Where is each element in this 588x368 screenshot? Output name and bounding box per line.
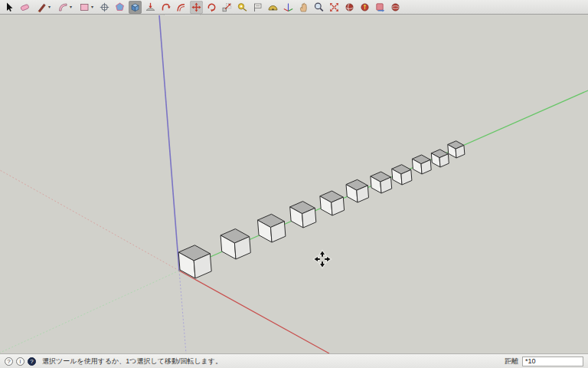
polygon-tool-icon <box>114 2 126 13</box>
rotate-tool-button[interactable] <box>205 1 218 14</box>
protractor-tool-button[interactable] <box>266 1 279 14</box>
dropdown-arrow-icon: ▾ <box>91 5 93 9</box>
blue-axis <box>159 15 179 271</box>
orbit-tool-button[interactable] <box>343 1 356 14</box>
arc-offset-tool-icon <box>175 2 187 13</box>
rectangle-tool-icon <box>79 2 90 13</box>
circle-tool-icon <box>99 2 110 13</box>
arc-tool-button[interactable]: ▾ <box>55 1 74 14</box>
select-tool-button[interactable] <box>3 1 16 14</box>
rectangle-tool-button[interactable]: ▾ <box>77 1 96 14</box>
look-around-tool-button[interactable] <box>389 1 402 14</box>
tape-measure-tool-button[interactable] <box>236 1 249 14</box>
geolocation-icon[interactable]: ? <box>28 357 36 366</box>
select-tool-icon <box>4 2 15 13</box>
main-toolbar: ▾▾▾ <box>0 0 588 15</box>
green-axis-dashed <box>0 271 179 353</box>
tape-measure-tool-icon <box>237 2 248 13</box>
scale-tool-icon <box>221 2 233 13</box>
eraser-tool-icon <box>19 2 31 13</box>
sketchup-window: ▾▾▾ ?i? 選択ツールを使用するか、1つ選択して移動/回転します。 距離 <box>0 0 588 368</box>
pan-tool-button[interactable] <box>297 1 310 14</box>
move-tool-button[interactable] <box>190 1 203 14</box>
zoom-tool-button[interactable] <box>312 1 325 14</box>
line-tool-icon <box>36 2 47 13</box>
arc-tool-icon <box>57 2 69 13</box>
offset-tool-button[interactable] <box>144 1 157 14</box>
polygon-tool-button[interactable] <box>113 1 126 14</box>
walk-tool-button[interactable] <box>374 1 387 14</box>
dimension-tool-icon <box>252 2 263 13</box>
dropdown-arrow-icon: ▾ <box>70 5 72 9</box>
measurement-input[interactable] <box>522 356 583 366</box>
arc-offset-tool-button[interactable] <box>175 1 188 14</box>
dimension-tool-button[interactable] <box>251 1 264 14</box>
red-axis <box>179 271 329 353</box>
position-camera-tool-button[interactable] <box>358 1 371 14</box>
orbit-tool-icon <box>344 2 355 13</box>
circle-tool-button[interactable] <box>98 1 111 14</box>
attribution-icon[interactable]: i <box>16 357 24 366</box>
move-tool-icon <box>191 2 202 13</box>
pushpull-tool-button[interactable] <box>129 1 142 14</box>
axes-tool-icon <box>283 2 294 13</box>
red-axis-dashed <box>0 170 179 271</box>
protractor-tool-icon <box>267 2 279 13</box>
offset-tool-icon <box>145 2 156 13</box>
eraser-tool-button[interactable] <box>18 1 31 14</box>
zoom-extents-tool-button[interactable] <box>328 1 341 14</box>
measurement-label: 距離 <box>505 356 518 366</box>
followme-tool-button[interactable] <box>159 1 172 14</box>
line-tool-button[interactable]: ▾ <box>34 1 53 14</box>
walk-tool-icon <box>374 2 386 13</box>
rotate-tool-icon <box>206 2 217 13</box>
scale-tool-button[interactable] <box>220 1 234 14</box>
dropdown-arrow-icon: ▾ <box>48 5 51 9</box>
move-cursor <box>315 251 331 268</box>
pan-tool-icon <box>298 2 309 13</box>
zoom-extents-tool-icon <box>328 2 340 13</box>
position-camera-tool-icon <box>359 2 371 13</box>
zoom-tool-icon <box>313 2 325 13</box>
status-bar: ?i? 選択ツールを使用するか、1つ選択して移動/回転します。 距離 <box>0 353 588 368</box>
look-around-tool-icon <box>390 2 401 13</box>
status-message: 選択ツールを使用するか、1つ選択して移動/回転します。 <box>42 356 222 366</box>
followme-tool-icon <box>160 2 172 13</box>
blue-axis-dashed <box>179 271 186 353</box>
help-icon[interactable]: ? <box>5 357 13 366</box>
viewport-canvas[interactable] <box>0 15 588 353</box>
pushpull-tool-icon <box>129 2 141 13</box>
axes-tool-button[interactable] <box>282 1 295 14</box>
